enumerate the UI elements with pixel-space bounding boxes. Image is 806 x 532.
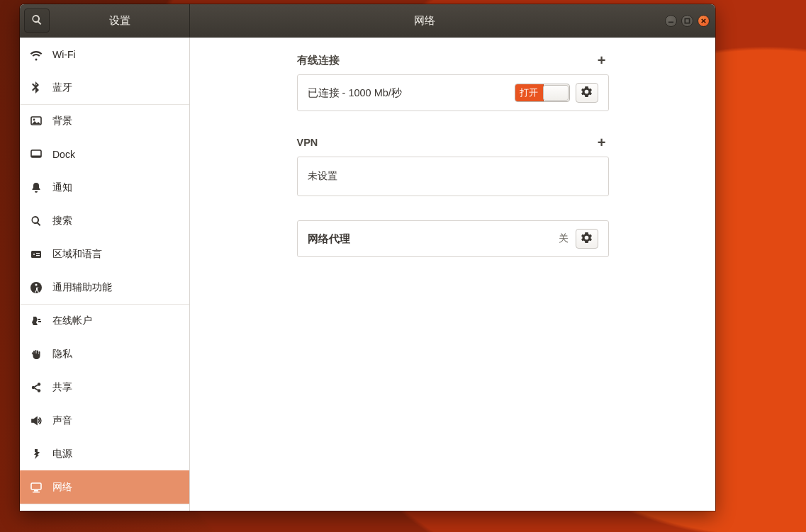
wired-settings-button[interactable]: [576, 83, 598, 103]
sidebar-item-search[interactable]: 搜索: [20, 204, 189, 237]
maximize-button[interactable]: [681, 15, 693, 27]
power-icon: [30, 448, 43, 460]
sidebar-item-region[interactable]: 区域和语言: [20, 237, 189, 271]
sidebar-item-label: 在线帐户: [52, 315, 92, 327]
vpn-row: 未设置: [298, 157, 608, 196]
sidebar-item-network[interactable]: 网络: [20, 470, 189, 504]
wired-row: 已连接 - 1000 Mb/秒 打开: [298, 75, 608, 111]
sidebar-item-label: 隐私: [52, 348, 72, 361]
sidebar[interactable]: Wi-Fi蓝牙背景Dock通知搜索区域和语言通用辅助功能在线帐户隐私共享声音电源…: [20, 38, 190, 511]
search-button[interactable]: [24, 9, 50, 33]
sound-icon: [30, 414, 43, 427]
section-wired-title: 有线连接: [297, 54, 340, 67]
privacy-icon: [30, 348, 43, 361]
svg-point-2: [33, 119, 35, 121]
background-icon: [30, 115, 43, 128]
headerbar: 设置 网络: [20, 4, 715, 38]
sidebar-item-power[interactable]: 电源: [20, 437, 189, 470]
svg-point-6: [33, 254, 35, 255]
section-vpn: VPN + 未设置: [297, 135, 609, 196]
section-vpn-title: VPN: [297, 137, 318, 148]
settings-window: 设置 网络 Wi-Fi蓝牙背景Dock通知搜索区域和语言通用辅助功能在线帐户隐私…: [20, 4, 715, 511]
section-proxy: 网络代理 关: [297, 220, 609, 257]
proxy-status: 关: [559, 232, 569, 245]
toggle-knob: [543, 85, 569, 101]
sidebar-item-label: 共享: [52, 381, 72, 394]
headerbar-left: 设置: [20, 4, 190, 37]
sharing-icon: [30, 381, 43, 394]
plus-icon: +: [598, 53, 606, 67]
bluetooth-icon: [30, 81, 43, 94]
wired-toggle-label: 打开: [515, 84, 544, 101]
svg-rect-16: [33, 492, 40, 492]
region-icon: [30, 248, 43, 261]
sidebar-item-bluetooth[interactable]: 蓝牙: [20, 71, 189, 104]
sidebar-item-devices[interactable]: 设备: [20, 504, 189, 511]
sidebar-item-label: 蓝牙: [52, 81, 72, 94]
sidebar-item-a11y[interactable]: 通用辅助功能: [20, 271, 189, 304]
close-icon: [700, 15, 707, 26]
svg-rect-15: [34, 490, 38, 492]
gear-icon: [581, 86, 592, 99]
dock-icon: [30, 148, 43, 161]
sidebar-item-dock[interactable]: Dock: [20, 137, 189, 171]
sidebar-item-label: 区域和语言: [52, 248, 102, 261]
svg-rect-8: [36, 255, 40, 256]
vpn-status-label: 未设置: [308, 170, 337, 183]
vpn-card: 未设置: [297, 157, 609, 196]
maximize-icon: [684, 15, 690, 26]
page-title: 网络: [190, 4, 659, 37]
sidebar-item-accounts[interactable]: 在线帐户: [20, 304, 189, 337]
accounts-icon: [30, 315, 43, 327]
bell-icon: [30, 181, 43, 194]
svg-point-10: [35, 283, 37, 285]
proxy-card[interactable]: 网络代理 关: [297, 220, 609, 257]
sidebar-item-label: 通知: [52, 181, 72, 194]
sidebar-item-label: 声音: [52, 414, 72, 427]
section-wired-head: 有线连接 +: [297, 53, 609, 67]
add-vpn-button[interactable]: +: [595, 135, 609, 149]
add-wired-button[interactable]: +: [595, 53, 609, 67]
network-icon: [30, 481, 43, 494]
sidebar-item-label: 搜索: [52, 215, 72, 227]
search-icon: [30, 215, 43, 227]
sidebar-item-background[interactable]: 背景: [20, 104, 189, 137]
sidebar-item-label: 背景: [52, 115, 72, 128]
sidebar-item-sharing[interactable]: 共享: [20, 370, 189, 404]
sidebar-item-label: 通用辅助功能: [52, 281, 112, 294]
proxy-title: 网络代理: [308, 232, 559, 246]
a11y-icon: [30, 281, 43, 294]
wifi-icon: [30, 48, 43, 61]
minimize-icon: [668, 15, 674, 26]
plus-icon: +: [598, 135, 606, 149]
svg-rect-4: [31, 155, 41, 157]
sidebar-item-sound[interactable]: 声音: [20, 404, 189, 437]
proxy-row: 网络代理 关: [298, 221, 608, 256]
wired-status-label: 已连接 - 1000 Mb/秒: [308, 86, 515, 100]
sidebar-item-privacy[interactable]: 隐私: [20, 337, 189, 370]
minimize-button[interactable]: [665, 15, 677, 27]
sidebar-item-wifi[interactable]: Wi-Fi: [20, 38, 189, 71]
wired-card: 已连接 - 1000 Mb/秒 打开: [297, 74, 609, 111]
svg-rect-14: [31, 483, 41, 489]
sidebar-item-label: 电源: [52, 448, 72, 460]
gear-icon: [581, 232, 592, 245]
sidebar-item-label: 网络: [52, 481, 72, 494]
content-area: 有线连接 + 已连接 - 1000 Mb/秒 打开: [190, 38, 715, 511]
section-wired: 有线连接 + 已连接 - 1000 Mb/秒 打开: [297, 53, 609, 111]
window-body: Wi-Fi蓝牙背景Dock通知搜索区域和语言通用辅助功能在线帐户隐私共享声音电源…: [20, 38, 715, 511]
window-controls: [659, 4, 715, 37]
sidebar-item-label: Wi-Fi: [52, 49, 76, 60]
close-button[interactable]: [698, 15, 710, 27]
app-title: 设置: [50, 14, 189, 28]
proxy-settings-button[interactable]: [576, 229, 598, 249]
wired-toggle[interactable]: 打开: [515, 84, 570, 102]
search-icon: [31, 14, 43, 28]
sidebar-item-label: Dock: [52, 149, 75, 160]
sidebar-item-notify[interactable]: 通知: [20, 171, 189, 204]
svg-rect-0: [685, 18, 689, 23]
svg-rect-5: [31, 251, 41, 258]
section-vpn-head: VPN +: [297, 135, 609, 149]
svg-rect-7: [36, 253, 40, 254]
